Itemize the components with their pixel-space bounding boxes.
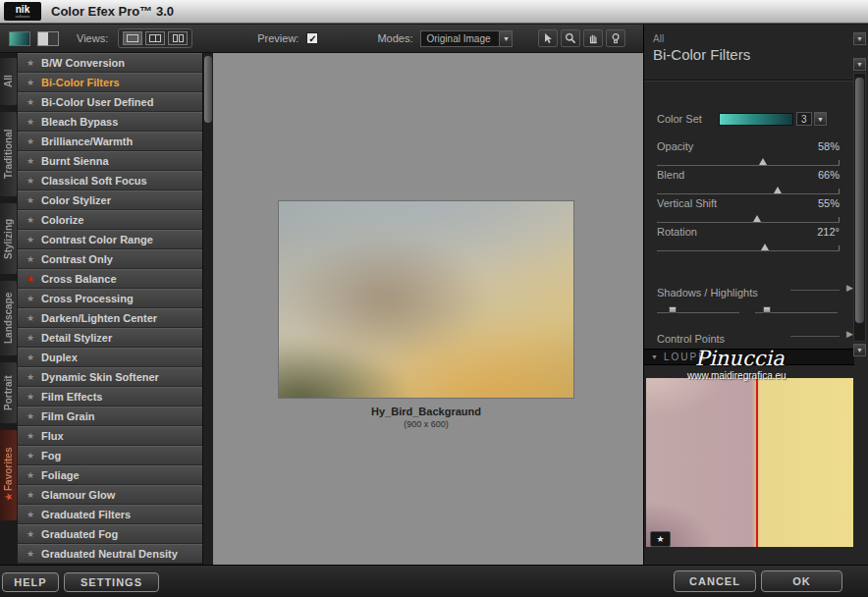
preview-image[interactable] [279, 201, 573, 398]
slider-track[interactable] [657, 244, 840, 251]
section-shadows-highlights[interactable]: Shadows / Highlights ▶ [657, 283, 853, 297]
slider-track[interactable] [657, 159, 840, 166]
sidebar-tab-portrait[interactable]: Portrait [0, 362, 17, 423]
color-set-swatch[interactable] [719, 113, 793, 126]
scroll-end-arrow-icon[interactable]: ▼ [853, 344, 866, 356]
slider-track[interactable] [657, 216, 840, 223]
favorite-star-icon[interactable]: ★ [27, 314, 34, 323]
expand-arrow-icon[interactable]: ▶ [846, 329, 853, 339]
scrollbar-thumb[interactable] [204, 56, 212, 123]
filter-item[interactable]: ★Brilliance/Warmth [18, 132, 202, 151]
favorite-star-icon[interactable]: ★ [27, 353, 34, 362]
sidebar-tab-stylizing[interactable]: Stylizing [0, 203, 17, 274]
panel-scrollbar[interactable]: ▼ ▼ ▼ [853, 32, 867, 356]
filter-item[interactable]: ★Bi-Color Filters [18, 73, 202, 92]
favorite-star-icon[interactable]: ★ [27, 216, 34, 225]
highlights-slider[interactable] [755, 312, 838, 313]
filter-item[interactable]: ★Bleach Bypass [18, 112, 202, 132]
favorite-star-icon[interactable]: ★ [27, 236, 34, 244]
section-control-points[interactable]: Control Points ▶ [657, 329, 853, 343]
slider-handle[interactable] [759, 158, 767, 165]
favorite-star-icon[interactable]: ★ [27, 59, 34, 68]
filter-item[interactable]: ★Graduated Filters [18, 505, 202, 524]
favorite-star-icon[interactable]: ★ [27, 98, 34, 107]
favorite-star-icon[interactable]: ★ [27, 79, 34, 87]
scrollbar-track[interactable] [853, 73, 866, 342]
filter-item[interactable]: ★Contrast Color Range [18, 230, 202, 249]
collapse-arrow-icon[interactable]: ▼ [651, 353, 658, 360]
favorite-star-icon[interactable]: ★ [27, 255, 34, 264]
favorite-star-icon[interactable]: ★ [27, 530, 34, 539]
favorite-star-icon[interactable]: ★ [27, 275, 34, 284]
favorite-star-icon[interactable]: ★ [27, 550, 34, 559]
scroll-down-arrow-icon[interactable]: ▼ [853, 58, 866, 71]
favorite-star-icon[interactable]: ★ [27, 393, 34, 402]
favorite-star-icon[interactable]: ★ [27, 373, 34, 382]
loupe-preview[interactable] [646, 378, 853, 547]
filter-item[interactable]: ★Graduated Neutral Density [18, 544, 202, 564]
filter-item[interactable]: ★Film Effects [18, 387, 202, 407]
favorite-star-icon[interactable]: ★ [27, 491, 34, 500]
filter-item[interactable]: ★Contrast Only [18, 249, 202, 269]
scroll-up-arrow-icon[interactable]: ▼ [853, 32, 866, 45]
filter-item[interactable]: ★Flux [18, 426, 202, 446]
slider-track[interactable] [657, 188, 840, 194]
preview-checkbox[interactable]: ✓ [306, 32, 318, 44]
favorite-star-icon[interactable]: ★ [27, 118, 34, 127]
split-thumbnail-icon[interactable] [37, 31, 59, 46]
slider-handle[interactable] [774, 187, 782, 193]
filter-item[interactable]: ★Glamour Glow [18, 485, 202, 505]
pan-tool-button[interactable] [583, 29, 603, 47]
favorite-star-icon[interactable]: ★ [27, 334, 34, 343]
chevron-down-icon[interactable]: ▼ [499, 31, 512, 46]
image-thumbnail-icon[interactable] [9, 31, 30, 46]
color-set-dropdown-arrow-icon[interactable]: ▼ [814, 112, 827, 126]
filter-item[interactable]: ★Bi-Color User Defined [18, 92, 202, 112]
help-button[interactable]: HELP [2, 572, 59, 592]
favorite-star-icon[interactable]: ★ [27, 412, 34, 421]
filter-item[interactable]: ★Burnt Sienna [18, 151, 202, 171]
cancel-button[interactable]: CANCEL [674, 570, 756, 592]
favorite-star-icon[interactable]: ★ [27, 511, 34, 519]
filter-item[interactable]: ★Classical Soft Focus [18, 171, 202, 190]
filter-item[interactable]: ★Graduated Fog [18, 524, 202, 544]
ok-button[interactable]: OK [761, 570, 842, 592]
filter-item[interactable]: ★Fog [18, 446, 202, 465]
highlights-slider-handle[interactable] [763, 306, 771, 313]
sidebar-tab-all[interactable]: All [0, 58, 17, 105]
favorite-star-icon[interactable]: ★ [27, 295, 34, 303]
favorite-star-icon[interactable]: ★ [27, 452, 34, 461]
single-view-button[interactable] [123, 31, 142, 45]
filter-item[interactable]: ★Color Stylizer [18, 190, 202, 210]
favorite-star-icon[interactable]: ★ [27, 471, 34, 480]
filter-item[interactable]: ★B/W Conversion [18, 53, 202, 73]
shadows-slider[interactable] [657, 312, 739, 313]
sidebar-tab-landscape[interactable]: Landscape [0, 281, 17, 355]
favorite-star-icon[interactable]: ★ [27, 177, 34, 186]
select-tool-button[interactable] [538, 29, 558, 47]
favorite-star-icon[interactable]: ★ [27, 137, 34, 146]
filter-item[interactable]: ★Film Grain [18, 407, 202, 426]
sidebar-tab-favorites[interactable]: ★Favorites [0, 430, 17, 520]
filter-item[interactable]: ★Foliage [18, 465, 202, 485]
slider-handle[interactable] [761, 244, 769, 250]
settings-button[interactable]: SETTINGS [64, 572, 159, 592]
split-view-button[interactable] [145, 31, 165, 45]
expand-arrow-icon[interactable]: ▶ [846, 283, 853, 293]
shadows-slider-handle[interactable] [669, 306, 677, 313]
scrollbar-thumb[interactable] [855, 78, 864, 323]
filter-item[interactable]: ★Colorize [18, 210, 202, 230]
filter-item[interactable]: ★Detail Stylizer [18, 328, 202, 348]
loupe-star-button[interactable]: ★ [650, 531, 671, 547]
side-by-side-view-button[interactable] [168, 31, 188, 45]
favorite-star-icon[interactable]: ★ [27, 432, 34, 441]
filter-item[interactable]: ★Cross Balance [18, 269, 202, 289]
modes-dropdown[interactable]: Original Image ▼ [420, 30, 513, 47]
favorite-star-icon[interactable]: ★ [27, 196, 34, 205]
favorite-star-icon[interactable]: ★ [27, 157, 34, 166]
compare-tool-button[interactable] [606, 29, 625, 47]
zoom-tool-button[interactable] [561, 29, 580, 47]
filter-item[interactable]: ★Duplex [18, 348, 202, 367]
filter-item[interactable]: ★Dynamic Skin Softener [18, 367, 202, 387]
filter-item[interactable]: ★Cross Processing [18, 289, 202, 308]
